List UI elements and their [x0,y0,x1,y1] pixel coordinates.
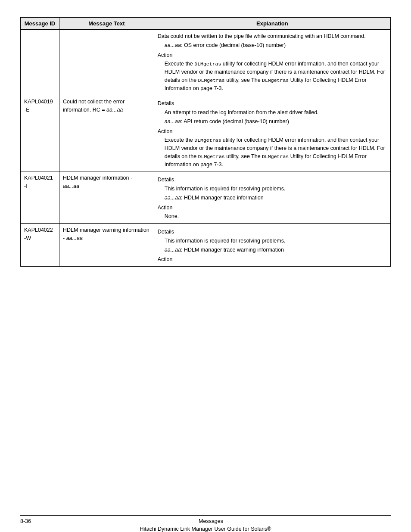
exp-block: Execute the DLMgetras utility for collec… [158,60,387,92]
cell-id-3: KAPL04022-W [21,224,59,267]
exp-block: Action [158,51,387,59]
exp-block: This information is required for resolvi… [158,237,387,245]
exp-block: Details [158,100,387,108]
cell-exp-3: DetailsThis information is required for … [154,224,390,267]
main-table: Message ID Message Text Explanation Data… [20,17,391,267]
exp-block: None. [158,212,387,221]
cell-msg-1: Could not collect the error information.… [59,95,154,171]
exp-block: Details [158,176,387,184]
cell-exp-1: DetailsAn attempt to read the log inform… [154,95,390,171]
exp-block: Data could not be written to the pipe fi… [158,32,387,40]
cell-msg-2: HDLM manager information - aa...aa [59,171,154,224]
exp-block: Details [158,228,387,236]
exp-block: Action [158,204,387,212]
exp-block: aa...aa: HDLM manager trace warning info… [158,246,387,254]
exp-block: Action [158,255,387,264]
cell-id-1: KAPL04019-E [21,95,59,171]
page-footer: 8-36 Messages Hitachi Dynamic Link Manag… [20,515,391,532]
footer-center: Messages [199,518,223,524]
cell-exp-0: Data could not be written to the pipe fi… [154,30,390,95]
exp-block: aa...aa: OS error code (decimal (base-10… [158,41,387,50]
page-wrapper: Message ID Message Text Explanation Data… [20,17,391,489]
exp-block: This information is required for resolvi… [158,185,387,193]
header-msg: Message Text [59,18,154,30]
cell-exp-2: DetailsThis information is required for … [154,171,390,224]
cell-id-0 [21,30,59,95]
header-id: Message ID [21,18,59,30]
exp-block: An attempt to read the log information f… [158,109,387,117]
header-exp: Explanation [154,18,390,30]
cell-msg-0 [59,30,154,95]
exp-block: aa...aa: API return code (decimal (base-… [158,118,387,126]
exp-block: aa...aa: HDLM manager trace information [158,194,387,202]
cell-msg-3: HDLM manager warning information - aa...… [59,224,154,267]
exp-block: Action [158,128,387,136]
footer-bottom: Hitachi Dynamic Link Manager User Guide … [140,526,271,532]
exp-block: Execute the DLMgetras utility for collec… [158,136,387,168]
page-number: 8-36 [20,518,31,524]
cell-id-2: KAPL04021-I [21,171,59,224]
